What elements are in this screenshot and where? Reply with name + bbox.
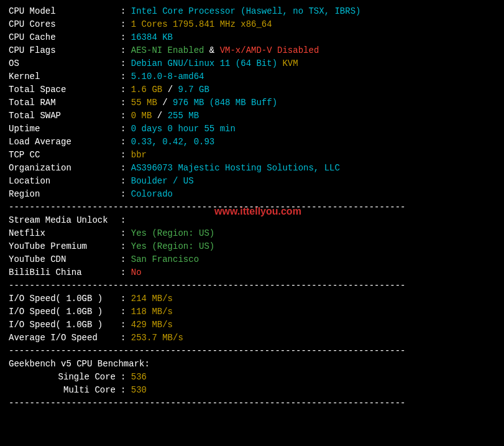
value-bilibili: No: [131, 267, 142, 277]
label-total-space: Total Space: [9, 83, 121, 96]
value-load-avg: 0.33, 0.42, 0.93: [131, 137, 214, 147]
row-org: Organization: AS396073 Majestic Hosting …: [9, 162, 495, 175]
row-total-ram: Total RAM: 55 MB / 976 MB (848 MB Buff): [9, 96, 495, 109]
label-gb-multi: Multi Core: [9, 384, 121, 397]
value-virt: KVM: [282, 58, 298, 68]
label-cpu-flags: CPU Flags: [9, 44, 121, 57]
row-io-avg: Average I/O Speed: 253.7 MB/s: [9, 332, 495, 345]
label-bilibili: BiliBili China: [9, 266, 121, 279]
value-swap-used: 0 MB: [131, 111, 152, 121]
row-uptime: Uptime: 0 days 0 hour 55 min: [9, 123, 495, 136]
value-swap-total: 255 MB: [168, 111, 199, 121]
label-netflix: Netflix: [9, 227, 121, 240]
label-location: Location: [9, 175, 121, 188]
row-geekbench-header: Geekbench v5 CPU Benchmark:: [9, 358, 495, 371]
value-cpu-model: Intel Core Processor (Haswell, no TSX, I…: [131, 6, 361, 16]
row-kernel: Kernel: 5.10.0-8-amd64: [9, 70, 495, 83]
label-youtube-cdn: YouTube CDN: [9, 253, 121, 266]
label-kernel: Kernel: [9, 70, 121, 83]
row-io-3: I/O Speed( 1.0GB ): 429 MB/s: [9, 318, 495, 332]
row-youtube-cdn: YouTube CDN: San Francisco: [9, 253, 495, 266]
row-cpu-flags: CPU Flags: AES-NI Enabled & VM-x/AMD-V D…: [9, 44, 495, 57]
label-io-3: I/O Speed( 1.0GB ): [9, 318, 121, 332]
value-tcp-cc: bbr: [131, 150, 147, 160]
value-aes: AES-NI Enabled: [131, 45, 204, 55]
value-cpu-cache: 16384 KB: [131, 32, 173, 42]
divider: ----------------------------------------…: [9, 345, 495, 358]
value-gb-multi: 530: [131, 385, 147, 395]
label-youtube-premium: YouTube Premium: [9, 240, 121, 253]
row-load-avg: Load Average: 0.33, 0.42, 0.93: [9, 136, 495, 149]
value-youtube-premium: Yes (Region: US): [131, 241, 214, 251]
value-kernel: 5.10.0-8-amd64: [131, 72, 204, 81]
value-io-2: 118 MB/s: [131, 307, 173, 317]
row-region: Region: Colorado: [9, 188, 495, 201]
row-location: Location: Boulder / US: [9, 175, 495, 188]
row-cpu-cache: CPU Cache: 16384 KB: [9, 31, 495, 44]
label-cpu-model: CPU Model: [9, 5, 121, 18]
label-cpu-cores: CPU Cores: [9, 18, 121, 31]
label-cpu-cache: CPU Cache: [9, 31, 121, 44]
value-location: Boulder / US: [131, 176, 194, 186]
value-org: AS396073 Majestic Hosting Solutions, LLC: [131, 163, 340, 173]
value-io-avg: 253.7 MB/s: [131, 333, 183, 343]
watermark: www.ittellyou.com: [214, 204, 301, 219]
value-ram-total: 976 MB: [173, 98, 209, 108]
value-ram-buff: (848 MB Buff): [209, 98, 277, 108]
label-tcp-cc: TCP CC: [9, 149, 121, 162]
row-cpu-model: CPU Model: Intel Core Processor (Haswell…: [9, 5, 495, 18]
row-tcp-cc: TCP CC: bbr: [9, 149, 495, 162]
value-io-3: 429 MB/s: [131, 320, 173, 330]
row-gb-multi: Multi Core: 530: [9, 384, 495, 397]
label-load-avg: Load Average: [9, 136, 121, 149]
row-io-2: I/O Speed( 1.0GB ): 118 MB/s: [9, 305, 495, 318]
row-io-1: I/O Speed( 1.0GB ): 214 MB/s: [9, 292, 495, 305]
label-io-avg: Average I/O Speed: [9, 332, 121, 345]
row-netflix: Netflix: Yes (Region: US): [9, 227, 495, 240]
value-space-used: 1.6 GB: [131, 85, 162, 95]
label-stream-header: Stream Media Unlock: [9, 214, 121, 227]
value-io-1: 214 MB/s: [131, 294, 173, 304]
row-total-space: Total Space: 1.6 GB / 9.7 GB: [9, 83, 495, 96]
label-uptime: Uptime: [9, 123, 121, 136]
row-total-swap: Total SWAP: 0 MB / 255 MB: [9, 109, 495, 123]
value-region: Colorado: [131, 189, 173, 199]
label-geekbench-header: Geekbench v5 CPU Benchmark:: [9, 359, 150, 369]
label-gb-single: Single Core: [9, 371, 121, 384]
label-total-swap: Total SWAP: [9, 109, 121, 123]
row-youtube-premium: YouTube Premium: Yes (Region: US): [9, 240, 495, 253]
row-gb-single: Single Core: 536: [9, 371, 495, 384]
label-io-1: I/O Speed( 1.0GB ): [9, 292, 121, 305]
divider: ----------------------------------------…: [9, 397, 495, 410]
label-os: OS: [9, 57, 121, 70]
value-gb-single: 536: [131, 372, 147, 382]
value-os: Debian GNU/Linux 11 (64 Bit): [131, 58, 283, 68]
label-region: Region: [9, 188, 121, 201]
value-ram-used: 55 MB: [131, 98, 157, 108]
value-space-total: 9.7 GB: [178, 85, 209, 95]
value-uptime: 0 days 0 hour 55 min: [131, 124, 236, 134]
row-cpu-cores: CPU Cores: 1 Cores 1795.841 MHz x86_64: [9, 18, 495, 31]
label-total-ram: Total RAM: [9, 96, 121, 109]
divider: ----------------------------------------…: [9, 279, 495, 292]
value-vmx: VM-x/AMD-V Disabled: [220, 45, 319, 55]
label-io-2: I/O Speed( 1.0GB ): [9, 305, 121, 318]
value-netflix: Yes (Region: US): [131, 228, 214, 238]
value-youtube-cdn: San Francisco: [131, 254, 199, 264]
label-org: Organization: [9, 162, 121, 175]
value-cpu-cores: 1 Cores 1795.841 MHz x86_64: [131, 19, 272, 29]
row-bilibili: BiliBili China: No: [9, 266, 495, 279]
row-os: OS: Debian GNU/Linux 11 (64 Bit) KVM: [9, 57, 495, 70]
